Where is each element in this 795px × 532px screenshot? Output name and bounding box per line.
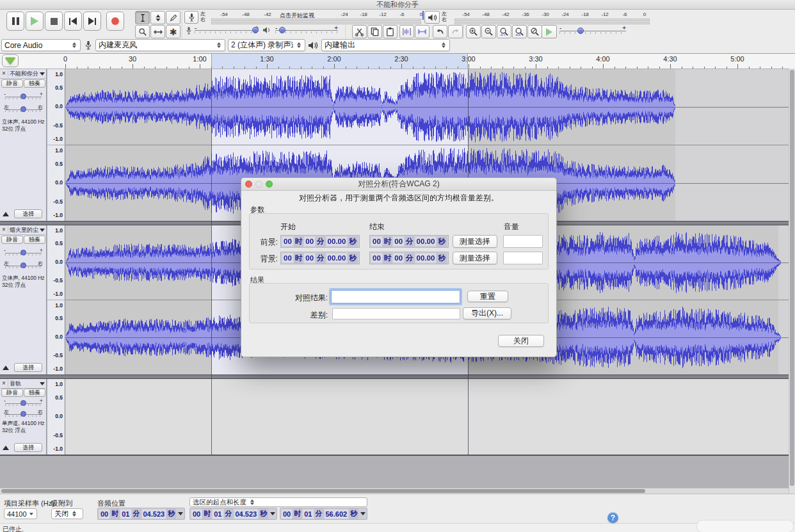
play-speed-thumb[interactable] <box>577 28 584 34</box>
track2-menu-caret-icon[interactable] <box>40 229 45 232</box>
zoom-toggle-button[interactable] <box>527 25 542 38</box>
play-at-speed-button[interactable] <box>542 25 557 38</box>
track3-menu-caret-icon[interactable] <box>40 382 45 385</box>
multi-tool-button[interactable]: ✱ <box>166 25 181 38</box>
trim-audio-button[interactable] <box>399 25 414 38</box>
play-meter-bar-right[interactable] <box>454 22 650 24</box>
track3-collapse-button[interactable] <box>3 446 9 450</box>
track1-solo-button[interactable]: 独奏 <box>24 79 45 88</box>
track2-ch1-scale[interactable]: 1.00.50.0-0.5-1.0 <box>47 225 65 300</box>
skip-to-start-button[interactable] <box>64 12 82 31</box>
export-button[interactable]: 导出(X)... <box>463 307 511 319</box>
track2-close-button[interactable]: × <box>0 226 8 234</box>
zoom-selection-button[interactable] <box>497 25 511 38</box>
track1-pan-slider[interactable]: 左 右 <box>1 104 45 113</box>
track2-mute-button[interactable]: 静音 <box>1 236 23 244</box>
timeline-options-button[interactable] <box>2 54 19 67</box>
track-panel-2[interactable]: × 烟火里的尘埃 静音 独奏 - + 左 右 立体声, 44100 Hz 32位… <box>0 225 47 375</box>
recording-channels-dropdown[interactable]: 2 (立体声) 录制声道 <box>228 39 305 51</box>
foreground-end-field[interactable]: 00时00分00.00秒 <box>369 235 449 248</box>
record-meter-bar-left[interactable] <box>211 19 421 21</box>
zoom-in-button[interactable] <box>466 25 481 38</box>
track3-gain-slider[interactable]: - + <box>1 398 45 407</box>
track1-ch1-scale[interactable]: 1.00.50.0-0.5-1.0 <box>47 69 65 145</box>
track2-gain-thumb[interactable] <box>20 250 26 255</box>
contrast-result-field[interactable] <box>331 290 460 303</box>
track1-pan-thumb[interactable] <box>20 106 26 112</box>
track1-select-button[interactable]: 选择 <box>14 209 42 218</box>
track-panel-1[interactable]: × 不能和你分手 静音 独奏 - + 左 右 立体声, 44100 Hz 32位… <box>0 69 47 221</box>
record-volume-slider[interactable]: - + <box>195 26 259 35</box>
playback-volume-slider[interactable]: - + <box>275 26 338 35</box>
timeline-ruler[interactable]: 0301:001:302:002:303:003:304:004:305:00 <box>0 54 795 70</box>
track3-gain-thumb[interactable] <box>20 400 26 406</box>
cut-button[interactable] <box>352 25 367 38</box>
track1-gain-slider[interactable]: - + <box>1 91 45 100</box>
track-panel-3[interactable]: × 音轨 静音 独奏 - + 左 右 单声道, 44100 Hz 32位 浮点 … <box>0 379 47 455</box>
record-meter-bar-right[interactable] <box>211 22 421 24</box>
draw-tool-button[interactable] <box>166 11 181 24</box>
vertical-scrollbar[interactable] <box>789 69 795 494</box>
track1-mute-button[interactable]: 静音 <box>1 79 23 88</box>
track3-title[interactable]: 音轨 <box>8 380 38 388</box>
track1-ch2-scale[interactable]: 1.00.50.0-0.5-1.0 <box>47 145 65 221</box>
recording-device-dropdown[interactable]: 内建麦克风 <box>95 39 225 51</box>
track1-close-button[interactable]: × <box>0 70 8 77</box>
track1-menu-caret-icon[interactable] <box>40 72 45 76</box>
track2-gain-slider[interactable]: - + <box>1 247 45 256</box>
play-meter-speaker-button[interactable] <box>424 11 440 24</box>
track3-mute-button[interactable]: 静音 <box>1 389 23 397</box>
stop-button[interactable] <box>45 12 63 31</box>
snap-to-dropdown[interactable]: 关闭 <box>51 508 83 519</box>
track3-solo-button[interactable]: 独奏 <box>24 389 45 397</box>
background-start-field[interactable]: 00时00分00.00秒 <box>280 252 360 264</box>
record-button[interactable] <box>106 12 124 31</box>
zoom-fit-button[interactable] <box>512 25 527 38</box>
vertical-scrollbar-thumb[interactable] <box>790 70 794 486</box>
track3-scale[interactable]: 1.00.50.0-0.5-1.0 <box>47 379 65 455</box>
horizontal-scrollbar-thumb[interactable] <box>1 489 645 493</box>
track3-waveform[interactable] <box>65 379 789 455</box>
track2-collapse-button[interactable] <box>3 366 9 370</box>
track1-gain-thumb[interactable] <box>20 93 26 99</box>
difference-field[interactable] <box>332 308 460 319</box>
zoom-tool-button[interactable] <box>135 25 150 38</box>
project-rate-dropdown[interactable]: 44100 <box>4 508 37 519</box>
paste-button[interactable] <box>383 25 398 38</box>
help-button[interactable]: ? <box>607 512 618 523</box>
foreground-start-field[interactable]: 00时00分00.00秒 <box>280 235 360 248</box>
envelope-tool-button[interactable] <box>150 11 165 24</box>
track1-title[interactable]: 不能和你分手 <box>8 70 38 78</box>
record-volume-thumb[interactable] <box>252 27 259 33</box>
record-meter-mic-button[interactable] <box>184 11 198 24</box>
foreground-volume-field[interactable] <box>503 235 543 248</box>
track2-pan-thumb[interactable] <box>20 262 26 268</box>
play-meter-bar-left[interactable] <box>454 19 650 21</box>
playback-device-dropdown[interactable]: 内建输出 <box>321 39 450 51</box>
selection-format-dropdown[interactable]: 选区的起点和长度 <box>189 497 367 507</box>
track3-pan-thumb[interactable] <box>20 411 26 417</box>
reset-button[interactable]: 重置 <box>467 291 508 302</box>
measure-foreground-button[interactable]: 测量选择 <box>453 235 497 248</box>
skip-to-end-button[interactable] <box>83 12 101 31</box>
track2-pan-slider[interactable]: 左 右 <box>1 260 45 269</box>
zoom-out-button[interactable] <box>481 25 496 38</box>
track3-pan-slider[interactable]: 左 右 <box>1 408 45 417</box>
selection-start-field[interactable]: 00时01分04.523秒 <box>189 508 277 520</box>
background-volume-field[interactable] <box>503 252 543 264</box>
selection-tool-button[interactable] <box>135 11 150 24</box>
track2-solo-button[interactable]: 独奏 <box>24 236 45 244</box>
silence-audio-button[interactable] <box>415 25 430 38</box>
track1-collapse-button[interactable] <box>3 212 9 216</box>
background-end-field[interactable]: 00时00分00.00秒 <box>369 252 449 264</box>
time-shift-tool-button[interactable] <box>150 25 165 38</box>
pause-button[interactable] <box>6 12 24 31</box>
selection-length-field[interactable]: 00时01分56.602秒 <box>280 508 367 520</box>
track2-select-button[interactable]: 选择 <box>14 363 42 372</box>
track3-select-button[interactable]: 选择 <box>14 443 42 452</box>
dialog-titlebar[interactable]: 对照分析(符合WCAG 2) <box>241 178 556 191</box>
track2-title[interactable]: 烟火里的尘埃 <box>8 226 38 234</box>
playback-volume-thumb[interactable] <box>279 27 285 33</box>
audio-position-field[interactable]: 00时01分04.523秒 <box>97 508 185 520</box>
track1-ch1-waveform[interactable] <box>65 69 789 145</box>
